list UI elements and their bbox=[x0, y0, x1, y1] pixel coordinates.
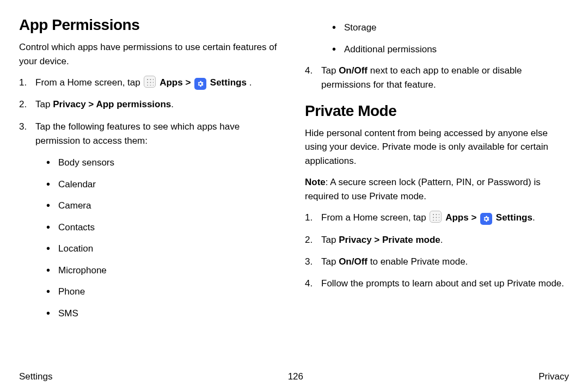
pm-step2-prefix: Tap bbox=[321, 235, 339, 245]
footer-right: Privacy bbox=[538, 371, 569, 382]
pm-step1-suffix: . bbox=[532, 212, 535, 223]
step3-text: Tap the following features to see which … bbox=[35, 121, 240, 146]
feature-bullets-cont: Storage Additional permissions bbox=[305, 21, 569, 56]
left-column: App Permissions Control which apps have … bbox=[19, 16, 283, 365]
bullet-item: Storage bbox=[332, 21, 569, 35]
bullet-item: Additional permissions bbox=[332, 42, 569, 57]
pm-step3-prefix: Tap bbox=[321, 256, 339, 267]
steps-app-permissions-cont: Tap On/Off next to each app to enable or… bbox=[305, 64, 569, 93]
pm-step-4: Follow the prompts to learn about and se… bbox=[305, 277, 569, 291]
step-1: From a Home screen, tap Apps > Settings … bbox=[19, 76, 283, 90]
chevron-right-icon: > bbox=[185, 77, 193, 88]
step-2: Tap Privacy > App permissions. bbox=[19, 97, 283, 112]
chevron-right-icon: > bbox=[471, 212, 479, 223]
pm-step-3: Tap On/Off to enable Private mode. bbox=[305, 255, 569, 269]
steps-app-permissions: From a Home screen, tap Apps > Settings … bbox=[19, 76, 283, 320]
step2-suffix: . bbox=[171, 99, 174, 109]
feature-bullets: Body sensors Calendar Camera Contacts Lo… bbox=[35, 156, 283, 320]
bullet-item: Calendar bbox=[46, 177, 283, 192]
page-footer: Settings 126 Privacy bbox=[19, 371, 569, 382]
intro-private-mode: Hide personal content from being accesse… bbox=[305, 126, 569, 168]
bullet-item: Body sensors bbox=[46, 156, 283, 170]
apps-icon bbox=[144, 76, 156, 88]
step4-prefix: Tap bbox=[321, 65, 339, 76]
heading-app-permissions: App Permissions bbox=[19, 16, 283, 34]
intro-app-permissions: Control which apps have permissions to u… bbox=[19, 40, 283, 68]
note-label: Note bbox=[305, 177, 326, 187]
note-private-mode: Note: A secure screen lock (Pattern, PIN… bbox=[305, 175, 569, 203]
pm-step2-bold: Privacy > Private mode bbox=[339, 235, 440, 245]
steps-private-mode: From a Home screen, tap Apps > Settings.… bbox=[305, 211, 569, 291]
bullet-item: SMS bbox=[46, 307, 283, 321]
step2-prefix: Tap bbox=[35, 99, 53, 109]
step-4: Tap On/Off next to each app to enable or… bbox=[305, 64, 569, 93]
step1-period: . bbox=[249, 77, 252, 88]
pm-step3-bold: On/Off bbox=[339, 256, 367, 267]
pm-step3-suffix: to enable Private mode. bbox=[367, 256, 468, 267]
pm-step2-suffix: . bbox=[440, 235, 443, 245]
apps-label: Apps bbox=[160, 77, 183, 88]
settings-label: Settings bbox=[496, 212, 532, 223]
pm-step-1: From a Home screen, tap Apps > Settings. bbox=[305, 211, 569, 225]
right-column: Storage Additional permissions Tap On/Of… bbox=[305, 16, 569, 365]
pm-step1-prefix: From a Home screen, tap bbox=[321, 212, 428, 223]
bullet-item: Phone bbox=[46, 285, 283, 299]
bullet-item: Location bbox=[46, 242, 283, 256]
heading-private-mode: Private Mode bbox=[305, 102, 569, 120]
bullet-item: Contacts bbox=[46, 220, 283, 235]
pm-step-2: Tap Privacy > Private mode. bbox=[305, 233, 569, 247]
apps-label: Apps bbox=[445, 212, 469, 223]
note-text: : A secure screen lock (Pattern, PIN, or… bbox=[305, 177, 541, 201]
step1-text: From a Home screen, tap bbox=[35, 77, 143, 88]
apps-icon bbox=[430, 211, 442, 223]
footer-left: Settings bbox=[19, 371, 52, 382]
bullet-item: Camera bbox=[46, 199, 283, 213]
settings-icon bbox=[194, 78, 206, 90]
step-3: Tap the following features to see which … bbox=[19, 120, 283, 321]
footer-page-number: 126 bbox=[288, 371, 303, 382]
settings-label: Settings bbox=[210, 77, 247, 88]
bullet-item: Microphone bbox=[46, 264, 283, 278]
step2-bold: Privacy > App permissions bbox=[53, 99, 171, 109]
step4-bold: On/Off bbox=[339, 65, 367, 76]
settings-icon bbox=[480, 213, 492, 225]
